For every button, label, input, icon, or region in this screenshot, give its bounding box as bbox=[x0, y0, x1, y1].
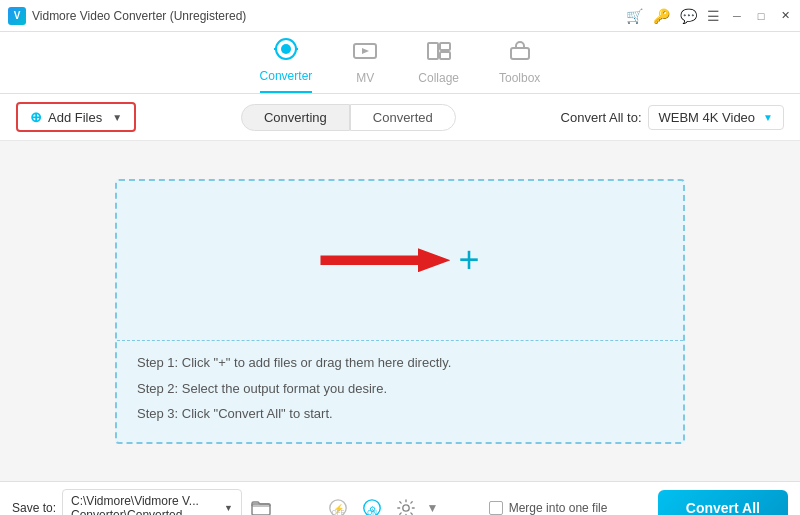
format-value: WEBM 4K Video bbox=[659, 110, 756, 125]
settings-dropdown-arrow[interactable]: ▼ bbox=[426, 501, 438, 515]
svg-text:OFF: OFF bbox=[332, 509, 345, 515]
mv-icon bbox=[352, 40, 378, 68]
maximize-button[interactable]: □ bbox=[754, 9, 768, 23]
merge-checkbox[interactable] bbox=[489, 501, 503, 515]
step-3-text: Step 3: Click "Convert All" to start. bbox=[137, 404, 663, 424]
close-button[interactable]: ✕ bbox=[778, 9, 792, 23]
save-path-value: C:\Vidmore\Vidmore V... Converter\Conver… bbox=[71, 494, 218, 516]
merge-label: Merge into one file bbox=[509, 501, 608, 515]
arrow-shaft bbox=[320, 248, 450, 272]
nav-collage[interactable]: Collage bbox=[418, 40, 459, 93]
add-files-dropdown-arrow: ▼ bbox=[112, 112, 122, 123]
nav-converter[interactable]: Converter bbox=[260, 38, 313, 93]
app-logo: V bbox=[8, 7, 26, 25]
svg-text:ON: ON bbox=[368, 509, 378, 515]
red-arrow bbox=[320, 248, 450, 272]
bottom-icons: ⚡ OFF ⚙ ON ▼ bbox=[324, 494, 438, 516]
step-2-text: Step 2: Select the output format you des… bbox=[137, 379, 663, 399]
gpu-on-button[interactable]: ⚙ ON bbox=[358, 494, 386, 516]
main-content: + Step 1: Click "+" to add files or drag… bbox=[0, 141, 800, 481]
drop-zone-top: + bbox=[117, 181, 683, 342]
drop-zone-steps: Step 1: Click "+" to add files or drag t… bbox=[117, 341, 683, 442]
collage-label: Collage bbox=[418, 71, 459, 85]
svg-point-1 bbox=[281, 44, 291, 54]
chat-icon[interactable]: 💬 bbox=[680, 8, 697, 24]
cut-off-button[interactable]: ⚡ OFF bbox=[324, 494, 352, 516]
toolbar: ⊕ Add Files ▼ Converting Converted Conve… bbox=[0, 94, 800, 141]
bottom-bar: Save to: C:\Vidmore\Vidmore V... Convert… bbox=[0, 481, 800, 515]
minimize-button[interactable]: ─ bbox=[730, 9, 744, 23]
convert-all-button[interactable]: Convert All bbox=[658, 490, 788, 516]
converter-label: Converter bbox=[260, 69, 313, 83]
arrow-plus-container: + bbox=[320, 239, 479, 281]
title-bar-left: V Vidmore Video Converter (Unregistered) bbox=[8, 7, 246, 25]
svg-marker-5 bbox=[362, 48, 369, 54]
svg-rect-7 bbox=[440, 43, 450, 50]
merge-section: Merge into one file bbox=[489, 501, 608, 515]
converted-tab[interactable]: Converted bbox=[350, 104, 456, 131]
top-nav: Converter MV Collage Toolbox bbox=[0, 32, 800, 94]
format-dropdown[interactable]: WEBM 4K Video ▼ bbox=[648, 105, 785, 130]
open-folder-button[interactable] bbox=[248, 495, 274, 516]
converting-tab[interactable]: Converting bbox=[241, 104, 350, 131]
convert-all-to-label: Convert All to: bbox=[561, 110, 642, 125]
key-icon[interactable]: 🔑 bbox=[653, 8, 670, 24]
toolbox-icon bbox=[507, 40, 533, 68]
title-bar: V Vidmore Video Converter (Unregistered)… bbox=[0, 0, 800, 32]
format-dropdown-arrow: ▼ bbox=[763, 112, 773, 123]
save-to-label: Save to: bbox=[12, 501, 56, 515]
menu-icon[interactable]: ☰ bbox=[707, 8, 720, 24]
add-files-button[interactable]: ⊕ Add Files ▼ bbox=[16, 102, 136, 132]
save-path-dropdown[interactable]: C:\Vidmore\Vidmore V... Converter\Conver… bbox=[62, 489, 242, 516]
collage-icon bbox=[426, 40, 452, 68]
cart-icon[interactable]: 🛒 bbox=[626, 8, 643, 24]
mv-label: MV bbox=[356, 71, 374, 85]
toolbox-label: Toolbox bbox=[499, 71, 540, 85]
save-to-section: Save to: C:\Vidmore\Vidmore V... Convert… bbox=[12, 489, 274, 516]
drop-plus-icon: + bbox=[458, 239, 479, 281]
svg-rect-8 bbox=[440, 52, 450, 59]
status-tabs: Converting Converted bbox=[241, 104, 456, 131]
converter-icon bbox=[273, 38, 299, 66]
step-1-text: Step 1: Click "+" to add files or drag t… bbox=[137, 353, 663, 373]
drop-zone[interactable]: + Step 1: Click "+" to add files or drag… bbox=[115, 179, 685, 444]
svg-rect-9 bbox=[511, 48, 529, 59]
nav-mv[interactable]: MV bbox=[352, 40, 378, 93]
add-files-label: Add Files bbox=[48, 110, 102, 125]
save-path-arrow: ▼ bbox=[224, 503, 233, 513]
add-plus-icon: ⊕ bbox=[30, 109, 42, 125]
nav-toolbox[interactable]: Toolbox bbox=[499, 40, 540, 93]
svg-rect-6 bbox=[428, 43, 438, 59]
svg-point-17 bbox=[403, 504, 409, 510]
app-title: Vidmore Video Converter (Unregistered) bbox=[32, 9, 246, 23]
settings-button[interactable] bbox=[392, 494, 420, 516]
window-controls: 🛒 🔑 💬 ☰ ─ □ ✕ bbox=[626, 8, 792, 24]
convert-all-to-section: Convert All to: WEBM 4K Video ▼ bbox=[561, 105, 784, 130]
